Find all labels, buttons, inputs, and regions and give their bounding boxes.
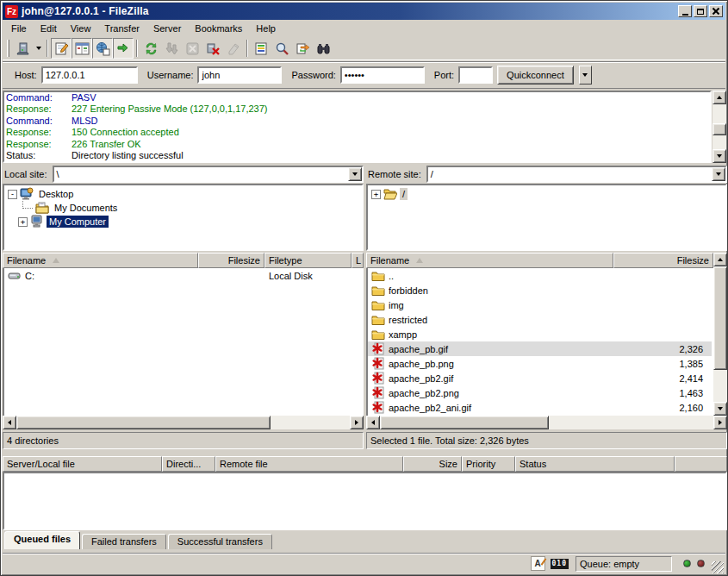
file-row[interactable]: img bbox=[368, 297, 712, 312]
recv-activity-led bbox=[683, 560, 691, 567]
column-filename[interactable]: Filename bbox=[3, 253, 198, 268]
file-row[interactable]: .. bbox=[368, 268, 712, 283]
scroll-thumb[interactable] bbox=[380, 416, 549, 429]
tab-successful-transfers[interactable]: Successful transfers bbox=[168, 534, 272, 549]
process-queue-button[interactable] bbox=[161, 38, 182, 59]
local-site-combo[interactable]: \ bbox=[53, 166, 364, 183]
menu-bookmarks[interactable]: Bookmarks bbox=[188, 22, 249, 35]
directory-comparison-button[interactable] bbox=[292, 38, 313, 59]
column-filetype[interactable]: Filetype bbox=[264, 253, 352, 268]
scroll-left-button[interactable] bbox=[366, 416, 380, 429]
username-input[interactable] bbox=[197, 66, 282, 84]
file-row-selected[interactable]: apache_pb.gif 2,326 bbox=[368, 341, 712, 356]
disconnect-button[interactable] bbox=[202, 38, 223, 59]
remote-file-list[interactable]: .. forbidden img restricted xampp bbox=[366, 268, 713, 416]
file-search-button[interactable] bbox=[271, 38, 292, 59]
minimize-button[interactable] bbox=[678, 5, 692, 17]
column-size[interactable]: Size bbox=[403, 456, 462, 472]
file-name: apache_pb.png bbox=[389, 359, 625, 369]
scroll-up-button[interactable] bbox=[712, 91, 726, 104]
file-row[interactable]: restricted bbox=[368, 312, 712, 327]
tree-item-my-computer[interactable]: + My Computer bbox=[4, 215, 362, 229]
file-name: apache_pb2_ani.gif bbox=[389, 403, 625, 413]
find-files-button[interactable] bbox=[313, 38, 333, 59]
quickconnect-button[interactable]: Quickconnect bbox=[497, 66, 574, 85]
column-priority[interactable]: Priority bbox=[462, 456, 515, 472]
password-input[interactable] bbox=[340, 66, 425, 84]
queue-list[interactable] bbox=[3, 472, 727, 530]
local-tree[interactable]: - Desktop My Documents + M bbox=[3, 184, 364, 251]
scroll-right-button[interactable] bbox=[713, 416, 727, 429]
resize-grip[interactable] bbox=[712, 561, 724, 573]
image-file-icon bbox=[371, 342, 385, 356]
menu-bar: File Edit View Transfer Server Bookmarks… bbox=[3, 20, 725, 37]
title-bar[interactable]: Fz john@127.0.0.1 - FileZilla bbox=[3, 3, 725, 20]
file-row[interactable]: apache_pb2.gif 2,414 bbox=[368, 371, 712, 385]
quickconnect-dropdown[interactable] bbox=[579, 66, 592, 85]
menu-transfer[interactable]: Transfer bbox=[97, 22, 146, 35]
tree-item-my-documents[interactable]: My Documents bbox=[4, 201, 362, 215]
menu-server[interactable]: Server bbox=[146, 22, 188, 35]
remote-site-combo[interactable]: / bbox=[426, 166, 727, 183]
remote-tree[interactable]: + / bbox=[366, 184, 727, 251]
reconnect-button[interactable] bbox=[223, 38, 244, 59]
remote-list-hscrollbar[interactable] bbox=[366, 416, 727, 429]
column-status[interactable]: Status bbox=[515, 456, 675, 472]
column-filesize[interactable]: Filesize bbox=[198, 253, 264, 268]
expand-expander[interactable]: + bbox=[371, 190, 381, 199]
column-filesize[interactable]: Filesize bbox=[613, 253, 713, 268]
menu-view[interactable]: View bbox=[64, 22, 98, 35]
file-row[interactable]: forbidden bbox=[368, 283, 712, 297]
collapse-expander[interactable]: - bbox=[8, 190, 17, 199]
scroll-right-button[interactable] bbox=[350, 416, 364, 429]
log-scrollbar[interactable] bbox=[712, 91, 726, 163]
menu-help[interactable]: Help bbox=[249, 22, 283, 35]
file-row[interactable]: apache_pb2.png 1,463 bbox=[368, 385, 712, 400]
file-row-c-drive[interactable]: C: Local Disk bbox=[4, 268, 362, 283]
file-row[interactable]: apache_pb.png 1,385 bbox=[368, 356, 712, 371]
column-server-local-file[interactable]: Server/Local file bbox=[3, 456, 162, 472]
remote-site-combo-dropdown[interactable] bbox=[712, 167, 725, 181]
column-remote-file[interactable]: Remote file bbox=[215, 456, 403, 472]
local-list-hscrollbar[interactable] bbox=[3, 416, 364, 429]
toggle-transfer-queue-button[interactable] bbox=[113, 38, 134, 59]
tree-item-root[interactable]: + / bbox=[368, 187, 725, 201]
scroll-left-button[interactable] bbox=[3, 416, 16, 429]
tab-queued-files[interactable]: Queued files bbox=[4, 531, 80, 549]
toggle-local-tree-button[interactable] bbox=[72, 38, 92, 59]
remote-list-vscrollbar[interactable] bbox=[713, 253, 727, 416]
scroll-thumb[interactable] bbox=[16, 416, 271, 429]
scroll-up-button[interactable] bbox=[713, 253, 727, 266]
message-log[interactable]: Command:PASV Response:227 Entering Passi… bbox=[3, 91, 712, 163]
directory-listing-filters-button[interactable] bbox=[251, 38, 271, 59]
port-input[interactable] bbox=[458, 66, 493, 84]
status-bar: A 010 Queue: empty bbox=[3, 553, 725, 573]
column-direction[interactable]: Directi... bbox=[162, 456, 215, 472]
maximize-button[interactable] bbox=[694, 5, 707, 17]
toggle-message-log-button[interactable] bbox=[51, 38, 72, 59]
menu-file[interactable]: File bbox=[4, 22, 34, 35]
cancel-operation-button[interactable] bbox=[182, 38, 202, 59]
file-row[interactable]: xampp bbox=[368, 327, 712, 341]
site-manager-dropdown[interactable] bbox=[33, 38, 44, 59]
menu-edit[interactable]: Edit bbox=[34, 22, 64, 35]
tab-failed-transfers[interactable]: Failed transfers bbox=[82, 534, 166, 549]
local-site-combo-dropdown[interactable] bbox=[348, 167, 362, 181]
tree-item-desktop[interactable]: - Desktop bbox=[4, 187, 362, 201]
scroll-thumb[interactable] bbox=[712, 123, 726, 135]
column-last-modified[interactable]: L bbox=[352, 253, 364, 268]
scroll-thumb[interactable] bbox=[713, 266, 727, 370]
toggle-remote-tree-button[interactable] bbox=[92, 38, 113, 59]
host-input[interactable] bbox=[41, 66, 138, 84]
scroll-down-button[interactable] bbox=[712, 149, 726, 163]
file-row[interactable]: apache_pb2_ani.gif 2,160 bbox=[368, 400, 712, 415]
expand-expander[interactable]: + bbox=[18, 217, 28, 227]
local-file-list[interactable]: C: Local Disk bbox=[3, 268, 364, 416]
site-manager-button[interactable] bbox=[12, 38, 33, 59]
tree-item-label: My Documents bbox=[52, 202, 120, 214]
refresh-button[interactable] bbox=[140, 38, 161, 59]
column-filename[interactable]: Filename bbox=[366, 253, 613, 268]
queue-tabs: Queued files Failed transfers Successful… bbox=[4, 531, 274, 549]
close-button[interactable] bbox=[709, 5, 723, 17]
scroll-down-button[interactable] bbox=[713, 402, 727, 416]
